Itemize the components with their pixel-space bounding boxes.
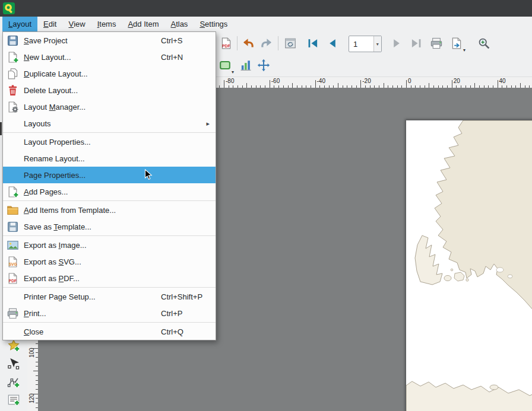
menu-item-duplicate-layout[interactable]: Duplicate Layout... xyxy=(3,65,216,82)
svg-text:PDF: PDF xyxy=(222,44,230,48)
menu-item-label: Rename Layout... xyxy=(24,154,85,163)
qgis-layout-designer-window: LayoutEditViewItemsAdd ItemAtlasSettings… xyxy=(0,0,532,411)
dropdown-caret-icon: ▾ xyxy=(463,47,466,53)
layout-manager-icon xyxy=(7,101,19,113)
menubar-item-add-item[interactable]: Add Item xyxy=(122,17,164,31)
refresh-view-button[interactable] xyxy=(283,36,298,51)
ruler-label: -20 xyxy=(362,78,370,84)
add-label-button[interactable] xyxy=(6,392,21,407)
ruler-tick xyxy=(360,80,361,88)
add-chart-button[interactable] xyxy=(238,58,254,73)
add-shape-icon xyxy=(218,59,232,72)
layout-page[interactable] xyxy=(406,120,532,411)
atlas-next-button[interactable] xyxy=(389,36,404,51)
menu-separator xyxy=(3,200,216,201)
menu-item-close[interactable]: CloseCtrl+Q xyxy=(3,323,216,340)
menu-item-label: Export as PDF... xyxy=(24,274,80,283)
menu-item-page-properties[interactable]: Page Properties... xyxy=(3,167,216,183)
svg-text:PDF: PDF xyxy=(9,279,17,283)
print-atlas-button[interactable] xyxy=(429,36,444,51)
menu-item-label: Print... xyxy=(24,309,46,318)
toolbar-separator xyxy=(278,36,278,50)
menu-item-printer-page-setup[interactable]: Printer Page Setup...Ctrl+Shift+P xyxy=(3,288,216,305)
mouse-cursor xyxy=(144,169,155,180)
menu-item-label: Layout Properties... xyxy=(24,138,91,146)
menu-item-export-as-pdf[interactable]: PDFExport as PDF... xyxy=(3,270,216,286)
menu-item-shortcut: Ctrl+S xyxy=(161,36,182,45)
menubar-item-items[interactable]: Items xyxy=(91,17,122,31)
ruler-tick xyxy=(429,83,429,88)
ruler-label: 40 xyxy=(499,78,506,84)
atlas-last-button[interactable] xyxy=(408,36,424,51)
export-atlas-icon xyxy=(450,37,463,50)
menu-item-rename-layout[interactable]: Rename Layout... xyxy=(3,150,216,167)
spinbox-dropdown-icon[interactable]: ▾ xyxy=(373,36,381,52)
new-layout-icon xyxy=(7,51,19,63)
menu-item-new-layout[interactable]: New Layout...Ctrl+N xyxy=(3,49,216,65)
menubar-item-view[interactable]: View xyxy=(62,17,91,31)
ruler-label: -60 xyxy=(271,78,280,84)
menu-item-layouts[interactable]: Layouts▸ xyxy=(3,115,216,132)
blank-icon xyxy=(7,291,19,303)
print-icon xyxy=(7,307,19,320)
menubar-item-edit[interactable]: Edit xyxy=(37,17,62,31)
edit-nodes-icon xyxy=(7,357,20,370)
menu-item-label: Duplicate Layout... xyxy=(24,69,88,78)
menubar-item-atlas[interactable]: Atlas xyxy=(164,17,194,31)
menu-item-print[interactable]: Print...Ctrl+P xyxy=(3,305,216,321)
menubar-item-layout[interactable]: Layout xyxy=(2,17,37,31)
save-template-icon xyxy=(7,221,19,233)
add-shape-button[interactable]: ▾ xyxy=(217,58,233,73)
ruler-tick xyxy=(292,83,293,88)
submenu-arrow-icon: ▸ xyxy=(206,120,210,128)
add-pages-icon xyxy=(7,186,19,198)
layout-menu-popup: Save ProjectCtrl+SNew Layout...Ctrl+NDup… xyxy=(2,31,216,340)
menu-item-add-pages[interactable]: Add Pages... xyxy=(3,183,216,200)
menu-item-shortcut: Ctrl+Shift+P xyxy=(161,292,202,301)
add-node-item-icon xyxy=(7,375,20,388)
menu-item-layout-manager[interactable]: Layout Manager... xyxy=(3,98,216,115)
menu-item-label: Export as Image... xyxy=(24,241,87,250)
atlas-first-button[interactable] xyxy=(305,36,321,51)
menu-item-layout-properties[interactable]: Layout Properties... xyxy=(3,133,216,150)
delete-layout-icon xyxy=(7,84,19,97)
menu-item-delete-layout[interactable]: Delete Layout... xyxy=(3,82,216,98)
folder-icon xyxy=(7,204,19,216)
add-chart-icon xyxy=(239,59,252,72)
ruler-tick xyxy=(498,80,498,88)
atlas-page-input[interactable] xyxy=(349,39,373,49)
ruler-tick xyxy=(224,80,224,88)
svg-text:SVG: SVG xyxy=(9,262,17,266)
export-atlas-button[interactable]: ▾ xyxy=(449,36,464,51)
menu-item-label: Add Pages... xyxy=(24,187,68,196)
menu-item-shortcut: Ctrl+Q xyxy=(161,327,183,336)
menu-item-shortcut: Ctrl+N xyxy=(161,53,183,62)
menu-item-label: Save Project xyxy=(24,36,68,45)
export-as-pdf-button[interactable]: PDF xyxy=(218,36,234,51)
title-bar xyxy=(0,0,532,17)
zoom-level-button[interactable] xyxy=(476,36,492,51)
qgis-logo-icon xyxy=(2,2,15,15)
menu-item-export-as-svg[interactable]: SVGExport as SVG... xyxy=(3,253,216,270)
redo-button[interactable] xyxy=(259,36,274,51)
ruler-label: 100 xyxy=(28,348,35,358)
export-image-icon xyxy=(7,239,19,251)
blank-icon xyxy=(7,117,19,130)
edit-nodes-button[interactable] xyxy=(6,356,21,371)
menubar-item-settings[interactable]: Settings xyxy=(194,17,233,31)
move-content-button[interactable] xyxy=(256,58,271,73)
zoom-level-icon xyxy=(477,37,490,50)
atlas-prev-button[interactable] xyxy=(325,36,340,51)
add-node-item-button[interactable] xyxy=(6,374,21,390)
print-atlas-icon xyxy=(430,37,443,50)
menu-item-export-as-image[interactable]: Export as Image... xyxy=(3,237,216,253)
menu-item-label: New Layout... xyxy=(24,53,71,62)
menu-item-add-items-from-template[interactable]: Add Items from Template... xyxy=(3,202,216,218)
menu-item-save-project[interactable]: Save ProjectCtrl+S xyxy=(3,32,216,49)
undo-button[interactable] xyxy=(240,36,256,51)
menu-item-label: Add Items from Template... xyxy=(24,206,116,215)
atlas-page-spinbox[interactable]: ▾ xyxy=(349,36,382,52)
dropdown-caret-icon: ▾ xyxy=(232,69,234,75)
duplicate-layout-icon xyxy=(7,68,19,80)
menu-item-save-as-template[interactable]: Save as Template... xyxy=(3,218,216,235)
